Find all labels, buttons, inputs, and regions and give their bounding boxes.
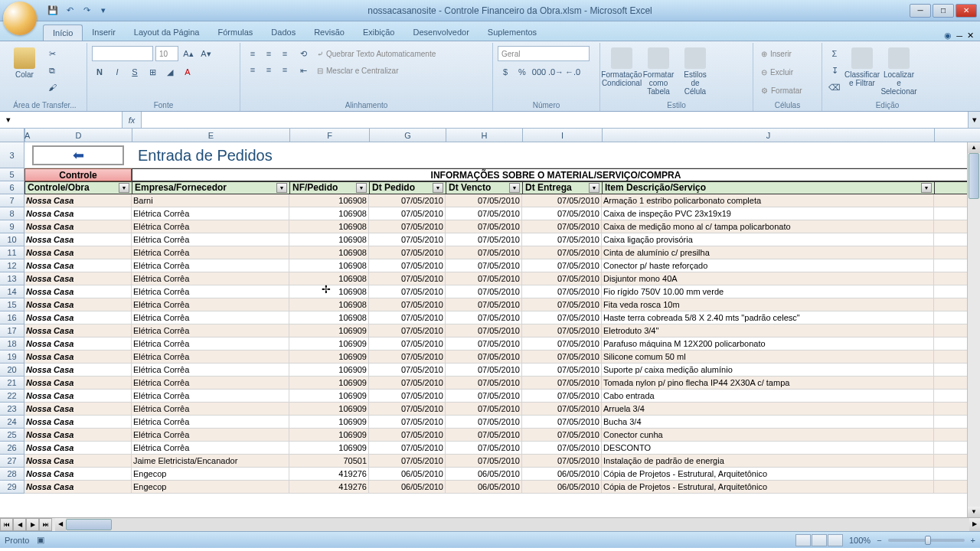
row-header-18[interactable]: 18 xyxy=(0,337,24,350)
cell-dt-vencto[interactable]: 07/05/2010 xyxy=(446,298,522,311)
font-name-combo[interactable] xyxy=(92,46,153,61)
cell-nf[interactable]: 106909 xyxy=(289,416,369,428)
col-header-J[interactable]: J xyxy=(603,129,935,142)
cell-obra[interactable]: Nossa Casa xyxy=(24,220,132,233)
row-header-10[interactable]: 10 xyxy=(0,233,24,246)
cell-dt-entrega[interactable]: 07/05/2010 xyxy=(522,324,602,337)
row-header-11[interactable]: 11 xyxy=(0,246,24,259)
table-row[interactable]: Nossa Casa Elétrica Corrêa 106909 07/05/… xyxy=(24,403,980,416)
redo-icon[interactable]: ↷ xyxy=(80,4,93,18)
cell-obra[interactable]: Nossa Casa xyxy=(24,350,132,363)
format-cells-button[interactable]: ⚙ Formatar xyxy=(758,83,805,98)
vscroll-thumb[interactable] xyxy=(969,153,979,199)
cell-empresa[interactable]: Elétrica Corrêa xyxy=(132,259,289,272)
table-row[interactable]: Nossa Casa Engecop 419276 06/05/2010 06/… xyxy=(24,481,980,494)
cell-nf[interactable]: 106908 xyxy=(289,246,369,259)
row-header-6[interactable]: 6 xyxy=(0,181,24,194)
horizontal-scrollbar[interactable]: ◀ ▶ xyxy=(55,518,980,531)
doc-close-button[interactable]: ✕ xyxy=(967,31,974,41)
table-row[interactable]: Nossa Casa Elétrica Corrêa 106909 07/05/… xyxy=(24,364,980,377)
table-row[interactable]: Nossa Casa Elétrica Corrêa 106908 07/05/… xyxy=(24,298,980,311)
cell-dt-pedido[interactable]: 07/05/2010 xyxy=(369,272,446,285)
cell-descricao[interactable]: Tomada nylon p/ pino flecha IP44 2X30A c… xyxy=(602,377,934,389)
table-row[interactable]: Nossa Casa Elétrica Corrêa 106909 07/05/… xyxy=(24,377,980,390)
cell-empresa[interactable]: Jaime Eletricista/Encanador xyxy=(132,455,289,467)
row-header-7[interactable]: 7 xyxy=(0,194,24,207)
cell-dt-pedido[interactable]: 07/05/2010 xyxy=(369,337,446,350)
filter-dropdown-icon[interactable]: ▼ xyxy=(276,183,287,193)
vertical-scrollbar[interactable]: ▲ ▼ xyxy=(967,142,980,517)
cell-dt-entrega[interactable]: 07/05/2010 xyxy=(522,246,602,259)
cell-dt-vencto[interactable]: 07/05/2010 xyxy=(446,416,522,428)
view-page-break-button[interactable] xyxy=(828,534,843,546)
name-box[interactable]: ▾ xyxy=(0,112,122,128)
spreadsheet-grid[interactable]: A D E F G H I J 356789101112131415161718… xyxy=(0,129,980,517)
filter-dropdown-icon[interactable]: ▼ xyxy=(356,183,367,193)
cell-empresa[interactable]: Elétrica Corrêa xyxy=(132,324,289,337)
cell-empresa[interactable]: Barni xyxy=(132,194,289,207)
zoom-out-button[interactable]: − xyxy=(877,536,881,545)
cell-dt-pedido[interactable]: 07/05/2010 xyxy=(369,377,446,389)
zoom-in-button[interactable]: + xyxy=(971,536,975,545)
cell-dt-pedido[interactable]: 07/05/2010 xyxy=(369,429,446,441)
cell-dt-vencto[interactable]: 07/05/2010 xyxy=(446,285,522,298)
row-header-25[interactable]: 25 xyxy=(0,429,24,442)
cell-obra[interactable]: Nossa Casa xyxy=(24,442,132,454)
table-row[interactable]: Nossa Casa Elétrica Corrêa 106908 07/05/… xyxy=(24,233,980,246)
cell-empresa[interactable]: Elétrica Corrêa xyxy=(132,246,289,259)
cell-dt-vencto[interactable]: 07/05/2010 xyxy=(446,455,522,467)
zoom-level[interactable]: 100% xyxy=(849,536,871,545)
cell-dt-vencto[interactable]: 06/05/2010 xyxy=(446,468,522,480)
col-header-D[interactable]: D xyxy=(25,129,132,142)
underline-button[interactable]: S xyxy=(127,64,142,80)
cell-obra[interactable]: Nossa Casa xyxy=(24,311,132,324)
row-header-12[interactable]: 12 xyxy=(0,259,24,272)
cell-dt-entrega[interactable]: 07/05/2010 xyxy=(522,337,602,350)
align-center-icon[interactable]: ≡ xyxy=(261,62,276,77)
cell-descricao[interactable]: Cinta de alumínio c/ presilha xyxy=(602,246,934,259)
col-header-E[interactable]: E xyxy=(132,129,290,142)
ribbon-tab-suplementos[interactable]: Suplementos xyxy=(479,24,546,41)
cell-nf[interactable]: 106909 xyxy=(289,442,369,454)
cell-dt-vencto[interactable]: 07/05/2010 xyxy=(446,194,522,207)
row-header-21[interactable]: 21 xyxy=(0,377,24,390)
cell-dt-vencto[interactable]: 07/05/2010 xyxy=(446,272,522,285)
cell-styles-button[interactable]: Estilos de Célula xyxy=(678,46,712,97)
cell-dt-vencto[interactable]: 07/05/2010 xyxy=(446,403,522,415)
cell-nf[interactable]: 106908 xyxy=(289,194,369,207)
cell-dt-entrega[interactable]: 07/05/2010 xyxy=(522,364,602,376)
cell-descricao[interactable]: Cabo entrada xyxy=(602,390,934,402)
cell-obra[interactable]: Nossa Casa xyxy=(24,377,132,389)
cell-dt-entrega[interactable]: 07/05/2010 xyxy=(522,259,602,272)
cell-nf[interactable]: 106908 xyxy=(289,207,369,220)
table-row[interactable]: Nossa Casa Jaime Eletricista/Encanador 7… xyxy=(24,455,980,468)
font-size-combo[interactable]: 10 xyxy=(155,46,178,61)
ribbon-tab-fórmulas[interactable]: Fórmulas xyxy=(209,24,263,41)
cell-dt-pedido[interactable]: 07/05/2010 xyxy=(369,207,446,220)
cell-descricao[interactable]: Caixa de medição mono al c/ tampa polica… xyxy=(602,220,934,233)
row-header-27[interactable]: 27 xyxy=(0,455,24,468)
conditional-format-button[interactable]: Formatação Condicional xyxy=(605,46,639,89)
row-header-23[interactable]: 23 xyxy=(0,403,24,416)
cell-dt-entrega[interactable]: 07/05/2010 xyxy=(522,442,602,454)
col-header-F[interactable]: F xyxy=(290,129,370,142)
cell-dt-pedido[interactable]: 07/05/2010 xyxy=(369,403,446,415)
cell-nf[interactable]: 106909 xyxy=(289,350,369,363)
row-header-8[interactable]: 8 xyxy=(0,207,24,220)
align-left-icon[interactable]: ≡ xyxy=(245,62,260,77)
filter-dropdown-icon[interactable]: ▼ xyxy=(921,183,932,193)
table-row[interactable]: Nossa Casa Elétrica Corrêa 106909 07/05/… xyxy=(24,429,980,442)
cell-nf[interactable]: 106909 xyxy=(289,390,369,402)
row-header-9[interactable]: 9 xyxy=(0,220,24,233)
qat-dropdown-icon[interactable]: ▾ xyxy=(96,4,110,18)
cell-dt-pedido[interactable]: 07/05/2010 xyxy=(369,233,446,246)
cell-nf[interactable]: 106909 xyxy=(289,324,369,337)
cell-obra[interactable]: Nossa Casa xyxy=(24,390,132,402)
row-header-22[interactable]: 22 xyxy=(0,390,24,403)
bold-button[interactable]: N xyxy=(92,64,107,80)
cell-dt-entrega[interactable]: 07/05/2010 xyxy=(522,233,602,246)
format-table-button[interactable]: Formatar como Tabela xyxy=(642,46,675,97)
cell-empresa[interactable]: Elétrica Corrêa xyxy=(132,403,289,415)
number-format-combo[interactable]: Geral xyxy=(498,46,590,61)
cell-nf[interactable]: 106909 xyxy=(289,429,369,441)
